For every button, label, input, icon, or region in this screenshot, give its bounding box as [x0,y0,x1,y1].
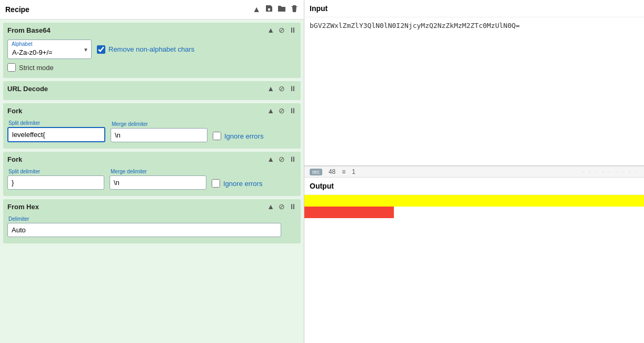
url-decode-collapse-icon[interactable]: ▲ [267,84,274,93]
lines-value: 1 [352,168,355,175]
from-hex-title: From Hex [7,203,39,211]
lines-icon: ≡ [342,168,345,175]
fork1-pause-icon[interactable]: ⏸ [289,106,296,115]
fork2-merge-group: Merge delimiter [110,169,206,190]
from-hex-section: From Hex ▲ ⊘ ⏸ Delimiter [3,199,301,243]
fork1-merge-input[interactable] [111,128,207,142]
strict-mode-label[interactable]: Strict mode [19,64,54,72]
fork2-pause-icon[interactable]: ⏸ [289,155,296,163]
remove-nonalphabet-checkbox[interactable] [97,45,105,54]
from-hex-delimiter-input[interactable] [7,223,281,237]
rec-badge: rec [310,169,322,175]
divider-dots: · · · · · · · · · [582,168,639,175]
fork1-body: Split delimiter Merge delimiter Ignore e… [3,118,301,144]
fork2-collapse-icon[interactable]: ▲ [267,155,274,163]
url-decode-section: URL Decode ▲ ⊘ ⏸ [3,81,301,100]
fork1-merge-group: Merge delimiter [111,121,207,142]
fork2-ignore-checkbox[interactable] [212,179,220,188]
url-decode-disable-icon[interactable]: ⊘ [279,84,285,93]
from-base64-pause-icon[interactable]: ⏸ [289,26,296,34]
collapse-recipe-icon[interactable]: ▲ [252,5,261,14]
from-hex-disable-icon[interactable]: ⊘ [279,202,285,211]
fork1-split-input[interactable] [7,127,105,142]
alphabet-label: Alphabet [12,41,32,47]
output-content [304,195,644,343]
delete-recipe-icon[interactable] [290,4,299,15]
from-base64-header: From Base64 ▲ ⊘ ⏸ [3,23,301,37]
fork2-split-group: Split delimiter [7,169,104,190]
fork2-merge-input[interactable] [110,175,206,190]
from-hex-collapse-icon[interactable]: ▲ [267,202,274,211]
fork1-title: Fork [7,107,22,115]
status-bar: rec 48 ≡ 1 · · · · · · · · · [304,166,644,178]
recipe-header: Recipe ▲ [0,0,304,19]
alphabet-select-wrapper: Alphabet A-Za-z0-9+/= A-Za-z0-9-_ ▼ [7,40,92,59]
save-recipe-icon[interactable] [265,4,273,15]
fork2-section: Fork ▲ ⊘ ⏸ Split delimiter Merge delimit… [3,152,301,196]
remove-nonalphabet-row: Remove non-alphabet chars [97,45,194,54]
from-hex-body: Delimiter [3,214,301,239]
strict-mode-row: Strict mode [7,63,296,72]
fork1-merge-label: Merge delimiter [111,121,207,127]
fork1-ignore-row: Ignore errors [213,132,263,140]
output-label: Output [304,178,644,195]
strict-mode-checkbox[interactable] [7,63,16,72]
from-base64-body: Alphabet A-Za-z0-9+/= A-Za-z0-9-_ ▼ Remo… [3,37,301,74]
fork2-row: Split delimiter Merge delimiter Ignore e… [7,169,296,190]
fork1-header: Fork ▲ ⊘ ⏸ [3,103,301,118]
url-decode-pause-icon[interactable]: ⏸ [289,84,296,93]
input-textarea[interactable]: bGV2ZWxlZmZlY3QlN0lN0I2NjcyMzQ2NzZkMzM2Z… [304,17,644,165]
fork1-row: Split delimiter Merge delimiter Ignore e… [7,120,296,142]
fork2-ignore-label[interactable]: Ignore errors [223,180,262,188]
folder-recipe-icon[interactable] [278,4,286,15]
output-bar-red [304,207,394,218]
input-label: Input [304,0,644,17]
url-decode-title: URL Decode [7,85,48,93]
fork1-split-label: Split delimiter [7,120,105,126]
fork2-disable-icon[interactable]: ⊘ [279,155,285,163]
fork1-ignore-checkbox[interactable] [213,132,221,140]
output-section: Output [304,178,644,343]
from-base64-title: From Base64 [7,26,51,34]
fork2-body: Split delimiter Merge delimiter Ignore e… [3,166,301,192]
recipe-header-actions: ▲ [252,4,299,15]
fork1-ignore-label[interactable]: Ignore errors [224,132,263,140]
rec-value: 48 [329,168,335,175]
from-hex-pause-icon[interactable]: ⏸ [289,202,296,211]
fork2-header: Fork ▲ ⊘ ⏸ [3,152,301,166]
from-base64-actions: ▲ ⊘ ⏸ [267,26,296,34]
url-decode-header: URL Decode ▲ ⊘ ⏸ [3,81,301,96]
url-decode-actions: ▲ ⊘ ⏸ [267,84,296,93]
fork2-ignore-row: Ignore errors [212,179,262,188]
from-hex-delimiter-group: Delimiter [7,216,281,237]
output-bar-yellow [304,195,644,207]
fork1-actions: ▲ ⊘ ⏸ [267,106,296,115]
from-hex-delimiter-label: Delimiter [7,216,281,222]
from-base64-disable-icon[interactable]: ⊘ [279,26,285,34]
fork1-collapse-icon[interactable]: ▲ [267,106,274,115]
fork2-merge-label: Merge delimiter [110,169,206,174]
right-panel: Input bGV2ZWxlZmZlY3QlN0lN0I2NjcyMzQ2NzZ… [304,0,644,343]
from-base64-collapse-icon[interactable]: ▲ [267,26,274,34]
fork1-split-group: Split delimiter [7,120,105,142]
from-hex-header: From Hex ▲ ⊘ ⏸ [3,199,301,214]
recipe-title: Recipe [5,5,29,14]
fork2-split-input[interactable] [7,175,104,190]
alphabet-row: Alphabet A-Za-z0-9+/= A-Za-z0-9-_ ▼ Remo… [7,40,296,59]
from-hex-actions: ▲ ⊘ ⏸ [267,202,296,211]
fork2-split-label: Split delimiter [7,169,104,174]
left-panel: Recipe ▲ From Base64 ▲ ⊘ ⏸ [0,0,304,343]
fork2-actions: ▲ ⊘ ⏸ [267,155,296,163]
input-section: Input bGV2ZWxlZmZlY3QlN0lN0I2NjcyMzQ2NzZ… [304,0,644,166]
from-base64-section: From Base64 ▲ ⊘ ⏸ Alphabet A-Za-z0-9+/= … [3,23,301,78]
fork1-disable-icon[interactable]: ⊘ [279,106,285,115]
fork1-section: Fork ▲ ⊘ ⏸ Split delimiter Merge delimit… [3,103,301,149]
remove-nonalphabet-label[interactable]: Remove non-alphabet chars [108,45,194,53]
fork2-title: Fork [7,155,22,163]
